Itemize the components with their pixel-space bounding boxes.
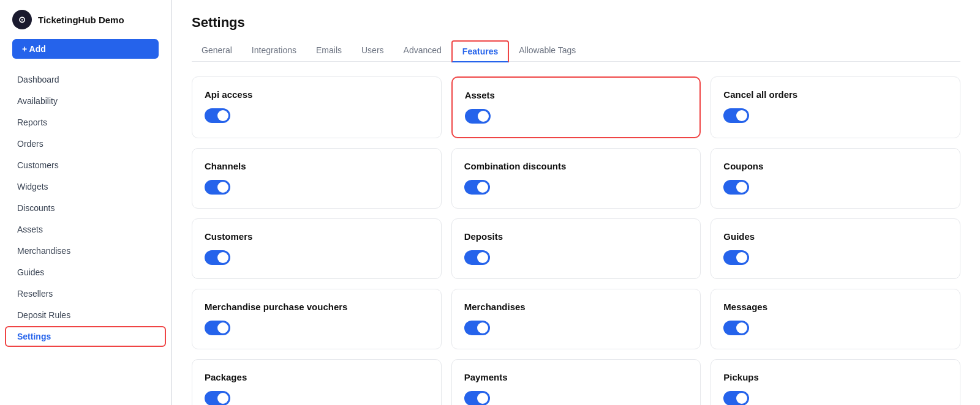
feature-toggle-pickups[interactable]: [723, 391, 749, 405]
feature-name: Guides: [723, 231, 948, 242]
tab-emails[interactable]: Emails: [306, 40, 352, 62]
tab-features[interactable]: Features: [451, 40, 509, 62]
feature-toggle-messages[interactable]: [723, 321, 749, 335]
feature-toggle-merchandise-purchase-vouchers[interactable]: [205, 321, 230, 335]
feature-name: Assets: [465, 90, 688, 100]
sidebar-item-reports[interactable]: Reports: [5, 112, 166, 133]
feature-card-guides: Guides: [710, 218, 960, 279]
sidebar-item-guides[interactable]: Guides: [5, 262, 166, 283]
feature-name: Coupons: [723, 161, 948, 171]
sidebar-item-widgets[interactable]: Widgets: [5, 176, 166, 197]
features-grid: Api accessAssetsCancel all ordersChannel…: [192, 76, 960, 405]
feature-card-deposits: Deposits: [451, 218, 701, 279]
feature-card-messages: Messages: [710, 289, 960, 349]
feature-card-customers: Customers: [192, 218, 442, 279]
feature-card-payments: Payments: [451, 359, 701, 405]
feature-name: Combination discounts: [464, 161, 688, 171]
sidebar-item-assets[interactable]: Assets: [5, 219, 166, 240]
sidebar-item-resellers[interactable]: Resellers: [5, 283, 166, 304]
feature-toggle-deposits[interactable]: [464, 250, 490, 265]
tab-users[interactable]: Users: [352, 40, 394, 62]
sidebar-item-orders[interactable]: Orders: [5, 133, 166, 154]
feature-card-pickups: Pickups: [710, 359, 960, 405]
feature-name: Merchandise purchase vouchers: [205, 302, 429, 312]
tab-integrations[interactable]: Integrations: [242, 40, 306, 62]
feature-card-combination-discounts: Combination discounts: [451, 148, 701, 209]
feature-toggle-packages[interactable]: [205, 391, 230, 405]
feature-card-coupons: Coupons: [710, 148, 960, 209]
feature-name: Packages: [205, 372, 429, 382]
sidebar-header: ⊙ TicketingHub Demo: [0, 10, 171, 39]
tab-general[interactable]: General: [192, 40, 242, 62]
feature-card-merchandises: Merchandises: [451, 289, 701, 349]
sidebar-item-deposit-rules[interactable]: Deposit Rules: [5, 305, 166, 325]
app-logo: ⊙: [12, 10, 32, 29]
feature-card-cancel-all-orders: Cancel all orders: [710, 76, 960, 138]
sidebar-item-discounts[interactable]: Discounts: [5, 198, 166, 218]
feature-card-api-access: Api access: [192, 76, 442, 138]
feature-name: Channels: [205, 161, 429, 171]
feature-toggle-guides[interactable]: [723, 250, 749, 265]
feature-toggle-combination-discounts[interactable]: [464, 180, 490, 195]
sidebar-item-customers[interactable]: Customers: [5, 155, 166, 176]
feature-toggle-assets[interactable]: [465, 109, 491, 124]
main-content: Settings GeneralIntegrationsEmailsUsersA…: [172, 0, 980, 405]
company-name: TicketingHub Demo: [38, 15, 124, 25]
sidebar: ⊙ TicketingHub Demo + Add DashboardAvail…: [0, 0, 172, 405]
feature-card-channels: Channels: [192, 148, 442, 209]
feature-card-merchandise-purchase-vouchers: Merchandise purchase vouchers: [192, 289, 442, 349]
feature-card-assets: Assets: [451, 76, 701, 138]
add-button[interactable]: + Add: [12, 39, 159, 59]
feature-name: Customers: [205, 231, 429, 242]
feature-name: Pickups: [723, 372, 948, 382]
feature-toggle-payments[interactable]: [464, 391, 490, 405]
feature-name: Messages: [723, 302, 948, 312]
feature-name: Merchandises: [464, 302, 688, 312]
feature-name: Payments: [464, 372, 688, 382]
tab-advanced[interactable]: Advanced: [394, 40, 451, 62]
feature-name: Api access: [205, 89, 429, 100]
feature-card-packages: Packages: [192, 359, 442, 405]
feature-toggle-cancel-all-orders[interactable]: [723, 108, 749, 123]
feature-name: Deposits: [464, 231, 688, 242]
feature-toggle-merchandises[interactable]: [464, 321, 490, 335]
settings-tabs: GeneralIntegrationsEmailsUsersAdvancedFe…: [192, 40, 960, 62]
sidebar-item-merchandises[interactable]: Merchandises: [5, 240, 166, 261]
feature-toggle-channels[interactable]: [205, 180, 230, 195]
tab-allowable-tags[interactable]: Allowable Tags: [509, 40, 586, 62]
sidebar-item-dashboard[interactable]: Dashboard: [5, 69, 166, 90]
feature-toggle-api-access[interactable]: [205, 108, 230, 123]
feature-name: Cancel all orders: [723, 89, 948, 100]
sidebar-item-availability[interactable]: Availability: [5, 91, 166, 111]
page-title: Settings: [192, 15, 960, 31]
feature-toggle-coupons[interactable]: [723, 180, 749, 195]
sidebar-item-settings[interactable]: Settings: [5, 326, 166, 347]
feature-toggle-customers[interactable]: [205, 250, 230, 265]
